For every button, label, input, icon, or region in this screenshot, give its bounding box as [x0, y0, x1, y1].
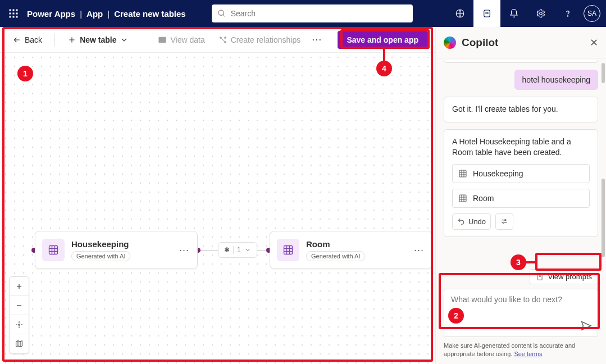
svg-point-13 — [486, 13, 487, 14]
nav-icon-bar: SA — [446, 0, 606, 27]
table-chip-room[interactable]: Room — [452, 189, 590, 208]
undo-label: Undo — [468, 217, 486, 226]
grid-icon — [458, 169, 467, 178]
callout-marker-2: 2 — [448, 308, 464, 324]
copilot-nav-icon[interactable] — [473, 0, 500, 27]
ai-result-block: A Hotel Housekeeping table and a Room ta… — [444, 129, 598, 237]
crumb-app[interactable]: Power Apps — [27, 9, 75, 19]
svg-rect-2 — [16, 10, 18, 11]
ai-message: Got it. I'll create tables for you. — [444, 97, 598, 122]
svg-rect-3 — [10, 13, 11, 15]
top-nav: Power Apps | App | Create new tables SA — [0, 0, 606, 27]
ai-result-text: A Hotel Housekeeping table and a Room ta… — [452, 136, 590, 158]
sliders-icon — [500, 217, 508, 225]
adjust-button[interactable] — [495, 213, 513, 230]
svg-rect-0 — [10, 10, 11, 11]
breadcrumb: Power Apps | App | Create new tables — [27, 9, 186, 19]
user-message: hotel housekeeping — [514, 70, 598, 90]
svg-rect-6 — [10, 16, 11, 18]
copilot-title: Copilot — [462, 37, 498, 49]
callout-box-4 — [340, 29, 430, 49]
callout-marker-3: 3 — [511, 254, 526, 270]
callout-connector-3 — [526, 261, 535, 263]
callout-box-2 — [439, 273, 600, 329]
callout-box-3 — [535, 253, 602, 271]
scrollbar-thumb[interactable] — [602, 179, 605, 257]
search-box[interactable] — [212, 4, 413, 22]
callout-box-1 — [2, 27, 433, 362]
ai-disclaimer: Make sure AI-generated content is accura… — [444, 342, 598, 358]
crumb-page[interactable]: Create new tables — [114, 9, 186, 19]
undo-icon — [457, 217, 465, 225]
svg-point-16 — [567, 16, 568, 16]
svg-rect-1 — [13, 10, 15, 11]
chip-label: Housekeeping — [473, 169, 523, 178]
svg-point-27 — [503, 222, 504, 223]
svg-rect-5 — [16, 13, 18, 15]
app-launcher-icon[interactable] — [0, 0, 27, 27]
crumb-sep: | — [107, 9, 110, 19]
svg-point-14 — [487, 13, 489, 14]
copilot-logo-icon — [444, 37, 456, 49]
svg-point-26 — [505, 220, 506, 221]
svg-point-9 — [218, 10, 224, 15]
copilot-conversation: hotel housekeeping Got it. I'll create t… — [436, 58, 606, 265]
svg-rect-4 — [13, 13, 15, 15]
search-input[interactable] — [231, 9, 407, 18]
settings-icon[interactable] — [527, 0, 554, 27]
crumb-sep: | — [80, 9, 82, 19]
svg-point-15 — [540, 12, 543, 15]
close-icon[interactable]: ✕ — [590, 37, 598, 49]
svg-rect-25 — [459, 195, 466, 202]
environment-icon[interactable] — [446, 0, 473, 27]
callout-marker-4: 4 — [376, 61, 392, 76]
chip-label: Room — [473, 194, 494, 203]
grid-icon — [458, 194, 467, 203]
copilot-header: Copilot ✕ — [436, 27, 606, 58]
svg-rect-24 — [459, 170, 466, 177]
undo-button[interactable]: Undo — [452, 213, 491, 230]
callout-marker-1: 1 — [17, 66, 33, 81]
svg-rect-7 — [13, 16, 15, 18]
svg-rect-8 — [16, 16, 18, 18]
svg-line-10 — [223, 15, 225, 17]
search-icon — [217, 9, 226, 18]
user-avatar[interactable]: SA — [584, 5, 600, 22]
scrollbar-thumb[interactable] — [602, 63, 605, 83]
table-chip-housekeeping[interactable]: Housekeeping — [452, 164, 590, 183]
see-terms-link[interactable]: See terms — [514, 351, 542, 357]
svg-rect-12 — [484, 10, 490, 17]
notifications-icon[interactable] — [500, 0, 527, 27]
help-icon[interactable] — [554, 0, 581, 27]
crumb-section[interactable]: App — [86, 9, 103, 19]
